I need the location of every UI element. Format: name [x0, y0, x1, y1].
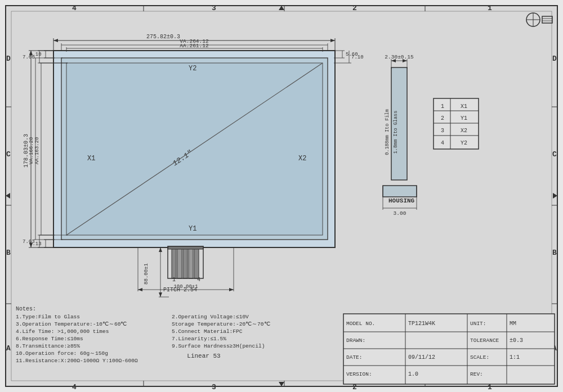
svg-text:1.0: 1.0 [408, 371, 418, 377]
svg-text:7.63: 7.63 [23, 239, 35, 245]
svg-text:Linear 53: Linear 53 [187, 353, 220, 359]
svg-text:VERSION:: VERSION: [346, 371, 372, 377]
svg-text:DRAWN:: DRAWN: [346, 337, 365, 344]
svg-text:C: C [6, 150, 11, 159]
svg-text:B: B [6, 249, 11, 257]
svg-marker-41 [330, 39, 335, 42]
svg-marker-15 [279, 382, 284, 386]
svg-marker-104 [391, 59, 396, 62]
svg-text:178.03±0.3: 178.03±0.3 [23, 134, 29, 168]
svg-rect-29 [183, 247, 187, 278]
svg-rect-30 [189, 247, 193, 278]
svg-text:Y2: Y2 [189, 65, 196, 73]
svg-text:1.Type:Film to Glass: 1.Type:Film to Glass [16, 314, 80, 320]
svg-marker-69 [29, 51, 33, 55]
svg-text:6.10: 6.10 [29, 52, 42, 57]
svg-text:1.8mm Ito Glass: 1.8mm Ito Glass [393, 111, 399, 154]
svg-text:TOLERANCE: TOLERANCE [470, 337, 499, 344]
svg-text:A: A [552, 344, 557, 353]
svg-text:DATE:: DATE: [346, 354, 363, 361]
svg-rect-33 [168, 246, 203, 278]
svg-marker-70 [29, 243, 33, 247]
svg-text:6.13: 6.13 [29, 241, 42, 247]
svg-text:AA.163.20: AA.163.20 [34, 137, 40, 165]
svg-rect-107 [383, 186, 417, 197]
svg-text:UNIT:: UNIT: [470, 321, 486, 327]
svg-text:2: 2 [441, 115, 444, 121]
svg-marker-40 [53, 39, 58, 42]
svg-rect-19 [61, 58, 328, 240]
svg-text:0.188mm Ito Film: 0.188mm Ito Film [385, 109, 390, 155]
svg-point-128 [526, 13, 540, 26]
svg-text:1: 1 [172, 277, 176, 283]
svg-text:X2: X2 [298, 155, 306, 163]
svg-text:X1: X1 [87, 155, 95, 163]
svg-text:12.1": 12.1" [171, 148, 194, 168]
svg-text:275.82±0.3: 275.82±0.3 [146, 34, 180, 40]
svg-text:Y2: Y2 [461, 140, 467, 146]
svg-marker-14 [279, 6, 284, 10]
svg-rect-164 [343, 314, 555, 384]
svg-text:Y1: Y1 [189, 225, 196, 233]
svg-text:1: 1 [488, 383, 492, 391]
svg-text:C: C [552, 150, 557, 159]
svg-text:MM: MM [510, 321, 516, 327]
svg-text:D: D [6, 55, 11, 63]
svg-marker-16 [6, 193, 10, 199]
svg-text:7.Linearity:≤1.5%: 7.Linearity:≤1.5% [172, 336, 226, 342]
svg-text:VA.166.20: VA.166.20 [29, 137, 34, 165]
svg-rect-131 [542, 16, 552, 23]
svg-marker-105 [403, 59, 407, 62]
svg-rect-0 [6, 6, 557, 386]
svg-text:Storage Temperature:-20℃～70℃: Storage Temperature:-20℃～70℃ [172, 321, 270, 327]
svg-text:AA.261.12: AA.261.12 [180, 43, 209, 49]
svg-rect-18 [53, 51, 335, 247]
svg-rect-32 [168, 246, 203, 249]
svg-text:6.Response Time:≤10ms: 6.Response Time:≤10ms [16, 336, 83, 342]
svg-text:7.10: 7.10 [351, 55, 364, 60]
svg-marker-17 [553, 193, 557, 199]
svg-text:4: 4 [197, 277, 200, 283]
svg-text:11.Resistance:X:200Ω-1000Ω Y:1: 11.Resistance:X:200Ω-1000Ω Y:100Ω-600Ω [16, 358, 138, 364]
svg-text:5.Connect Material:FPC: 5.Connect Material:FPC [172, 328, 243, 335]
svg-text:4: 4 [72, 4, 77, 12]
svg-text:7.60: 7.60 [23, 55, 35, 60]
svg-text:B: B [552, 249, 557, 257]
svg-line-21 [66, 63, 323, 235]
svg-text:MODEL NO.: MODEL NO. [346, 321, 375, 327]
svg-rect-1 [11, 11, 552, 381]
svg-rect-100 [391, 67, 407, 180]
svg-text:TP121W4K: TP121W4K [408, 321, 435, 327]
svg-text:3.Operation Temperature:-10℃～6: 3.Operation Temperature:-10℃～60℃ [16, 321, 127, 327]
svg-rect-27 [172, 247, 176, 278]
svg-text:8.Transmittance:≥85%: 8.Transmittance:≥85% [16, 343, 80, 349]
svg-text:5.60: 5.60 [346, 52, 358, 57]
svg-text:9.Surface Hardness≥3H(pencil): 9.Surface Hardness≥3H(pencil) [172, 343, 265, 349]
svg-marker-91 [159, 247, 162, 252]
svg-text:PITCH 2.54: PITCH 2.54 [163, 287, 197, 293]
svg-text:1: 1 [441, 103, 444, 110]
svg-text:4: 4 [72, 383, 77, 391]
svg-text:10.Operation force: 60g～150g: 10.Operation force: 60g～150g [16, 350, 108, 357]
svg-text:2.Operating Voltage:≤10V: 2.Operating Voltage:≤10V [172, 314, 249, 320]
svg-text:3: 3 [212, 383, 216, 391]
svg-text:SCALE:: SCALE: [470, 354, 489, 361]
svg-rect-31 [194, 247, 199, 278]
svg-rect-20 [66, 63, 323, 235]
svg-text:D: D [552, 55, 557, 63]
svg-text:±0.3: ±0.3 [510, 337, 523, 344]
svg-text:88.00±1: 88.00±1 [144, 263, 149, 285]
svg-text:2.30±0.15: 2.30±0.15 [385, 54, 414, 60]
svg-text:Y1: Y1 [461, 115, 467, 121]
svg-marker-97 [138, 288, 142, 291]
svg-text:3.00: 3.00 [394, 210, 406, 217]
svg-marker-92 [159, 292, 162, 297]
svg-text:A: A [6, 344, 11, 353]
svg-text:2: 2 [352, 4, 357, 12]
svg-text:HOUSING: HOUSING [388, 197, 415, 204]
svg-text:1:1: 1:1 [510, 354, 520, 361]
svg-text:4.Life Time: >1,000,000 times: 4.Life Time: >1,000,000 times [16, 328, 109, 335]
svg-text:1: 1 [488, 4, 492, 12]
svg-text:X2: X2 [461, 128, 467, 134]
svg-rect-115 [434, 98, 479, 149]
